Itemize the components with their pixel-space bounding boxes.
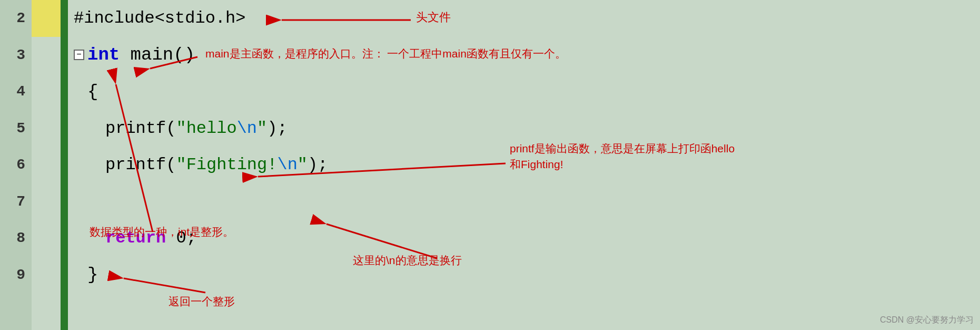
code-line-9: } (74, 257, 969, 294)
code-line-2: #include<stdio.h> (74, 0, 969, 37)
include-statement: #include<stdio.h> (74, 8, 245, 28)
line-num-6: 6 (0, 147, 32, 183)
annotation-header-file: 头文件 (416, 9, 451, 25)
annotation-main-desc: main是主函数，是程序的入口。注： 一个工程中main函数有且仅有一个。 (205, 46, 566, 61)
code-line-4: { (74, 73, 969, 110)
code-area: 2 3 4 5 6 7 8 9 #include<stdio.h> − int … (0, 0, 980, 330)
line-num-4: 4 (0, 73, 32, 110)
collapse-icon[interactable]: − (74, 50, 84, 60)
line-numbers: 2 3 4 5 6 7 8 9 (0, 0, 32, 330)
annotation-newline-desc: 这里的\n的意思是换行 (353, 253, 462, 268)
annotation-printf-desc1: printf是输出函数，意思是在屏幕上打印函hello (510, 141, 735, 156)
line-num-7: 7 (0, 183, 32, 220)
line-num-2: 2 (0, 0, 32, 37)
open-brace: { (87, 82, 98, 102)
line-num-8: 8 (0, 220, 32, 257)
close-brace: } (87, 265, 98, 285)
line-highlight (32, 0, 61, 37)
main-func: main() (120, 45, 195, 65)
code-line-7 (74, 183, 969, 220)
annotation-return-desc: 返回一个整形 (169, 294, 235, 309)
keyword-int: int (87, 45, 120, 65)
watermark: CSDN @安心要努力学习 (880, 315, 974, 326)
annotation-printf-desc2: 和Fighting! (510, 157, 563, 172)
line-num-9: 9 (0, 257, 32, 294)
line-num-3: 3 (0, 37, 32, 74)
line-num-5: 5 (0, 110, 32, 147)
annotation-int-desc: 数据类型的一种，int是整形。 (90, 225, 234, 239)
printf2: printf("Fighting!\n"); (105, 155, 328, 174)
printf1: printf("hello\n"); (105, 119, 288, 138)
green-bar (61, 0, 68, 330)
